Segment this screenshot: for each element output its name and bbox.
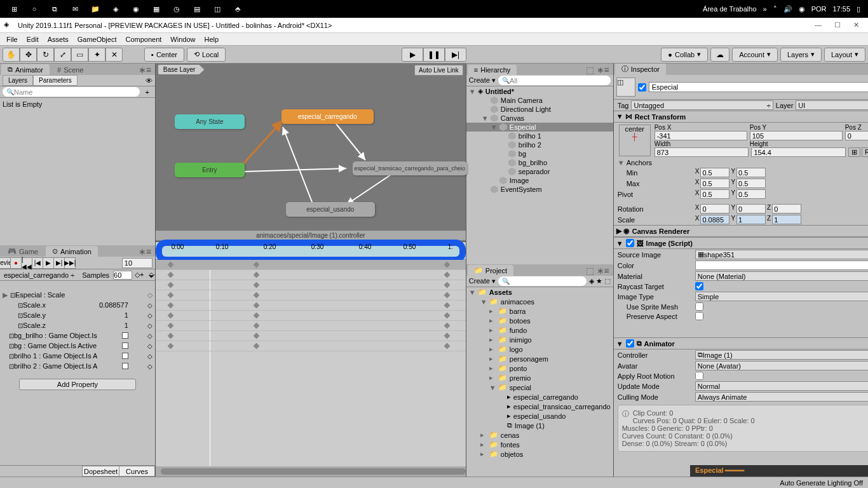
posz-input[interactable] xyxy=(845,131,868,140)
tab-scene[interactable]: # Scene xyxy=(51,65,90,75)
last-frame-button[interactable]: ▶▶| xyxy=(64,257,76,269)
prev-frame-button[interactable]: |◀ xyxy=(32,257,43,269)
menu-assets[interactable]: Assets xyxy=(48,36,69,43)
cortana-icon[interactable]: ○ xyxy=(28,3,41,15)
menu-edit[interactable]: Edit xyxy=(27,36,39,43)
tab-hierarchy[interactable]: ≡ Hierarchy xyxy=(468,65,517,75)
vs-icon[interactable]: ◷ xyxy=(170,3,183,15)
move-tool[interactable]: ✥ xyxy=(20,48,37,62)
app-icon[interactable]: ▦ xyxy=(150,3,163,15)
tag-dropdown[interactable]: Untagged÷ xyxy=(631,100,773,110)
proj-folder[interactable]: ▼📁 animacoes xyxy=(466,297,613,306)
prop-bg[interactable]: ⊡ bg : Game Object.Is Active◇ xyxy=(0,341,155,351)
layers-dropdown[interactable]: Layers ▾ xyxy=(780,48,822,62)
step-button[interactable]: ▶| xyxy=(445,48,466,62)
hier-item[interactable]: brilho 2 xyxy=(466,140,613,149)
active-checkbox[interactable] xyxy=(638,83,646,92)
menu-window[interactable]: Window xyxy=(170,36,195,43)
rotate-tool[interactable]: ↻ xyxy=(37,48,54,62)
canvas-renderer-header[interactable]: ▶ ◉ Canvas Renderer⬚ ⚙ ⋮ xyxy=(614,225,868,237)
tray-chevron-icon[interactable]: » xyxy=(763,5,767,13)
pivot-x[interactable] xyxy=(700,189,729,199)
gameobject-name[interactable] xyxy=(649,82,868,92)
pivot-local[interactable]: ⟲ Local xyxy=(187,48,226,62)
blueprint-button[interactable]: ⊞ xyxy=(848,147,860,157)
tab-menu-icon-3[interactable]: ⬚ ∗≡ xyxy=(582,65,613,75)
layout-dropdown[interactable]: Layout ▾ xyxy=(824,48,865,62)
proj-folder[interactable]: ▸📁 premio xyxy=(466,373,613,383)
preserve-aspect-checkbox[interactable] xyxy=(695,312,703,320)
play-button[interactable]: ▶ xyxy=(402,48,423,62)
rot-z[interactable] xyxy=(772,204,801,214)
source-image[interactable]: ▦ shape351⊙ xyxy=(695,250,868,259)
tab-menu-icon[interactable]: ∗≡ xyxy=(135,65,155,75)
proj-item[interactable]: ⧉ Image (1) xyxy=(466,421,613,430)
tab-animator[interactable]: ⧉ Animator xyxy=(1,64,50,75)
hier-search[interactable]: 🔍All xyxy=(498,76,611,85)
update-mode-dropdown[interactable]: Normal÷ xyxy=(695,381,868,391)
taskview-icon[interactable]: ⧉ xyxy=(48,3,61,15)
proj-create[interactable]: Create ▾ xyxy=(469,277,496,285)
scale-x[interactable] xyxy=(700,215,729,224)
scale-z[interactable] xyxy=(772,215,801,224)
menu-file[interactable]: File xyxy=(6,36,18,43)
min-x[interactable] xyxy=(700,168,729,177)
notifications-icon[interactable]: ▯ xyxy=(857,5,860,13)
controller-field[interactable]: ⧉ Image (1)⊙ xyxy=(695,350,868,360)
minimize-button[interactable]: — xyxy=(815,21,822,29)
explorer-icon[interactable]: 📁 xyxy=(89,3,102,15)
timeline-ruler[interactable]: 0:00 0:10 0:20 0:30 0:40 0:50 1: xyxy=(156,242,466,260)
param-search[interactable]: 🔍Name xyxy=(3,87,140,97)
posx-input[interactable] xyxy=(654,131,747,140)
proj-item[interactable]: ▸ especial_usando xyxy=(466,411,613,421)
layer-dropdown[interactable]: UI÷ xyxy=(796,100,868,110)
pivot-center[interactable]: ▪ Center xyxy=(144,48,184,62)
width-input[interactable] xyxy=(654,147,749,157)
hier-item[interactable]: Main Camera xyxy=(466,96,613,105)
custom-tool[interactable]: ✕ xyxy=(105,48,123,62)
chrome-icon[interactable]: ◉ xyxy=(130,3,142,15)
wifi-icon[interactable]: ◉ xyxy=(799,5,805,13)
hier-item[interactable]: bg_brilho xyxy=(466,158,613,167)
proj-item[interactable]: ▸ especial_transicao_carregando xyxy=(466,402,613,411)
image-type-dropdown[interactable]: Simple÷ xyxy=(695,292,868,301)
color-field[interactable] xyxy=(695,261,868,270)
hier-item[interactable]: separador xyxy=(466,167,613,176)
collab-dropdown[interactable]: ● Collab ▾ xyxy=(661,48,708,62)
scale-tool[interactable]: ⤢ xyxy=(54,48,71,62)
height-input[interactable] xyxy=(751,147,846,157)
anchor-preset[interactable]: center┼ xyxy=(619,125,651,156)
clip-dropdown[interactable]: especial_carregando ÷ xyxy=(0,271,78,279)
tab-project[interactable]: 📁 Project xyxy=(468,265,513,276)
prop-scale-y[interactable]: ⊡ Scale.y1◇ xyxy=(0,310,155,320)
rect-tool[interactable]: ▭ xyxy=(71,48,88,62)
prop-brilho1[interactable]: ⊡ brilho 1 : Game Object.Is A◇ xyxy=(0,351,155,361)
prop-scale[interactable]: ▶⊡ Especial : Scale◇ xyxy=(0,290,155,300)
hier-item-selected[interactable]: ▼Especial xyxy=(466,123,613,132)
desktop-label[interactable]: Área de Trabalho xyxy=(703,5,756,13)
timeline[interactable]: 0:00 0:10 0:20 0:30 0:40 0:50 1: xyxy=(156,241,466,477)
close-button[interactable]: ✕ xyxy=(853,21,859,29)
animator-parameters-tab[interactable]: Parameters xyxy=(33,75,78,86)
filter-icon[interactable]: ◈ ★ ⬚ xyxy=(589,277,611,285)
node-usando[interactable]: especial_usando xyxy=(286,202,375,217)
unity-icon[interactable]: ◈ xyxy=(109,3,122,15)
proj-folder[interactable]: ▸📁 barra xyxy=(466,306,613,316)
next-frame-button[interactable]: ▶| xyxy=(53,257,65,269)
proj-folder[interactable]: ▸📁 logo xyxy=(466,344,613,354)
hier-item[interactable]: EventSystem xyxy=(466,185,613,194)
root-motion-checkbox[interactable] xyxy=(695,372,703,380)
tab-animation[interactable]: ⊙ Animation xyxy=(46,246,98,257)
min-y[interactable] xyxy=(736,168,766,177)
proj-folder[interactable]: ▸📁 personagem xyxy=(466,354,613,363)
proj-assets[interactable]: ▼📁 Assets xyxy=(466,287,613,297)
play-anim-button[interactable]: ▶ xyxy=(43,257,54,269)
node-entry[interactable]: Entry xyxy=(175,163,245,177)
raycast-checkbox[interactable] xyxy=(695,282,703,290)
sprite-mesh-checkbox[interactable] xyxy=(695,302,703,311)
app3-icon[interactable]: ◫ xyxy=(211,3,224,15)
proj-folder[interactable]: ▸📁 cenas xyxy=(466,430,613,440)
hier-item[interactable]: Directional Light xyxy=(466,105,613,114)
maximize-button[interactable]: ☐ xyxy=(834,21,841,29)
start-icon[interactable]: ⊞ xyxy=(8,3,20,15)
